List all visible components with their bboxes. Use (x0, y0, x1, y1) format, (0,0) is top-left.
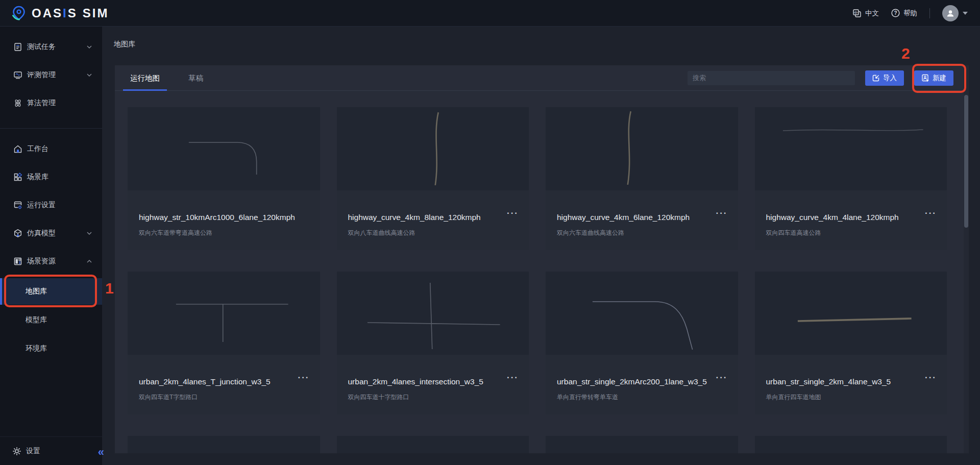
main-area: 地图库 运行地图 草稿 导入 (102, 27, 980, 465)
brand-logo: OASISSIM (0, 5, 109, 21)
more-options-button[interactable]: ··· (507, 209, 519, 217)
sidebar-item-label: 地图库 (26, 287, 47, 296)
map-card-caption: highway_curve_4km_4lane_120kmph 双向四车道高速公… (755, 190, 947, 250)
more-options-button[interactable]: ··· (298, 373, 310, 382)
sidebar-item-scene-resources[interactable]: 场景资源 (0, 247, 102, 275)
map-thumbnail (128, 436, 320, 453)
topbar-divider (929, 8, 930, 18)
map-thumbnail (128, 272, 320, 355)
help-label: 帮助 (903, 9, 917, 18)
sidebar-divider (0, 128, 102, 129)
import-label: 导入 (883, 74, 897, 83)
sidebar-item-label: 算法管理 (27, 99, 56, 108)
map-title: highway_str_10kmArc1000_6lane_120kmph (139, 213, 300, 222)
map-card[interactable]: highway_curve_4km_4lane_120kmph 双向四车道高速公… (755, 107, 947, 250)
sidebar-item-evaluation[interactable]: 评测管理 (0, 61, 102, 89)
sidebar-item-environment-library[interactable]: 环境库 (0, 335, 102, 362)
map-card-partial[interactable] (128, 436, 320, 453)
layout-icon (13, 257, 22, 266)
algorithm-icon (13, 99, 22, 108)
cube-icon (13, 229, 22, 238)
more-options-button[interactable]: ··· (925, 373, 937, 382)
import-icon (872, 75, 879, 82)
more-options-button[interactable]: ··· (507, 373, 519, 382)
more-options-button[interactable]: ··· (925, 209, 937, 217)
scene-grid-icon (13, 173, 22, 182)
map-card-caption: urban_str_single_2km_4lane_w3_5 单向直行四车道地… (755, 355, 947, 414)
test-tasks-icon (13, 42, 22, 52)
map-library-panel: 运行地图 草稿 导入 (115, 65, 969, 453)
sidebar-item-scene-library[interactable]: 场景库 (0, 163, 102, 191)
create-button[interactable]: 新建 (914, 70, 953, 86)
map-thumbnail (755, 107, 947, 190)
user-menu[interactable] (942, 5, 968, 21)
map-description: 双向四车道T字型路口 (139, 393, 300, 402)
map-card[interactable]: urban_2km_4lanes_T_junction_w3_5 双向四车道T字… (128, 272, 320, 414)
map-card-caption: urban_2km_4lanes_intersection_w3_5 双向四车道… (337, 355, 529, 414)
map-card[interactable]: highway_curve_4km_8lane_120kmph 双向八车道曲线高… (337, 107, 529, 250)
sidebar-item-workbench[interactable]: 工作台 (0, 135, 102, 163)
brand-wordmark: OASISSIM (32, 6, 109, 20)
topbar: OASISSIM 中 中文 ? 帮助 (0, 0, 980, 27)
more-options-button[interactable]: ··· (716, 209, 728, 217)
sidebar-item-run-settings[interactable]: 运行设置 (0, 191, 102, 219)
map-description: 双向四车道十字型路口 (348, 393, 509, 402)
sidebar-item-label: 工作台 (27, 144, 48, 154)
map-description: 双向八车道曲线高速公路 (348, 229, 509, 237)
sidebar-footer: 设置 « (0, 436, 102, 465)
svg-text:?: ? (894, 10, 897, 16)
map-card-caption: highway_curve_4km_8lane_120kmph 双向八车道曲线高… (337, 190, 529, 250)
map-description: 单向直行四车道地图 (766, 393, 927, 402)
map-title: urban_2km_4lanes_intersection_w3_5 (348, 377, 509, 386)
map-card[interactable]: highway_curve_4km_6lane_120kmph 双向六车道曲线高… (546, 107, 738, 250)
map-card[interactable]: urban_str_single_2kmArc200_1lane_w3_5 单向… (546, 272, 738, 414)
annotation-label-2: 2 (901, 46, 910, 61)
map-thumbnail (546, 272, 738, 355)
map-card[interactable]: urban_str_single_2km_4lane_w3_5 单向直行四车道地… (755, 272, 947, 414)
chevron-down-icon (87, 232, 92, 235)
language-switch[interactable]: 中 中文 (852, 9, 879, 18)
sidebar-item-label: 评测管理 (27, 70, 56, 80)
map-card-partial[interactable] (755, 436, 947, 453)
chevron-down-icon (87, 45, 92, 48)
language-label: 中文 (865, 9, 879, 18)
scrollbar-thumb[interactable] (964, 95, 968, 228)
scrollbar-track[interactable] (964, 65, 969, 453)
sidebar-item-simulation-models[interactable]: 仿真模型 (0, 219, 102, 247)
map-description: 双向四车道高速公路 (766, 229, 927, 237)
map-card-caption: highway_curve_4km_6lane_120kmph 双向六车道曲线高… (546, 190, 738, 250)
home-icon (13, 144, 22, 154)
sidebar-item-map-library[interactable]: 地图库 (0, 278, 102, 305)
map-thumbnail (755, 436, 947, 453)
evaluation-icon (13, 70, 22, 80)
import-button[interactable]: 导入 (865, 70, 904, 86)
sidebar-item-label: 模型库 (26, 315, 47, 325)
svg-text:中: 中 (854, 10, 858, 15)
map-card-partial[interactable] (337, 436, 529, 453)
map-card-partial[interactable] (546, 436, 738, 453)
annotation-label-1: 1 (105, 281, 114, 296)
window-gear-icon (13, 201, 22, 210)
map-card[interactable]: highway_str_10kmArc1000_6lane_120kmph 双向… (128, 107, 320, 250)
sidebar-item-label: 测试任务 (27, 42, 56, 52)
translate-icon: 中 (852, 9, 862, 18)
sidebar-item-algorithm[interactable]: 算法管理 (0, 89, 102, 117)
sidebar-item-model-library[interactable]: 模型库 (0, 307, 102, 333)
more-options-button[interactable]: ··· (716, 373, 728, 382)
tab-running-maps[interactable]: 运行地图 (130, 65, 160, 91)
chevron-up-icon (87, 260, 92, 263)
settings-label[interactable]: 设置 (26, 447, 40, 456)
create-map-icon (921, 74, 929, 82)
sidebar-collapse-button[interactable]: « (98, 447, 104, 458)
map-thumbnail (546, 107, 738, 190)
sidebar-item-label: 场景库 (27, 173, 48, 182)
map-title: highway_curve_4km_8lane_120kmph (348, 213, 509, 222)
help-button[interactable]: ? 帮助 (891, 9, 917, 18)
breadcrumb: 地图库 (102, 27, 980, 49)
oasis-pin-icon (11, 5, 27, 21)
tab-drafts[interactable]: 草稿 (188, 65, 203, 91)
sidebar-item-test-tasks[interactable]: 测试任务 (0, 33, 102, 61)
map-thumbnail (546, 436, 738, 453)
search-input[interactable] (688, 71, 855, 85)
map-card[interactable]: urban_2km_4lanes_intersection_w3_5 双向四车道… (337, 272, 529, 414)
